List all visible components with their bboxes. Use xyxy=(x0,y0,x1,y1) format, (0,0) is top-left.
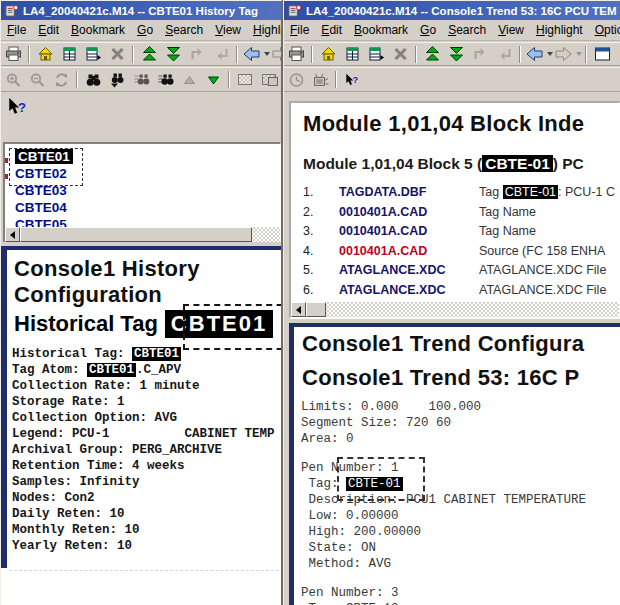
media-query-button[interactable] xyxy=(308,69,332,91)
tri-up-button[interactable] xyxy=(177,69,201,91)
tag-list-item[interactable]: CBTE04 xyxy=(5,199,280,216)
forward-button[interactable] xyxy=(553,43,582,65)
menu-options[interactable]: Options... xyxy=(589,21,620,39)
print-button[interactable] xyxy=(284,43,308,65)
field-line: Limits: 0.000 100.000 xyxy=(301,399,586,415)
horizontal-scrollbar[interactable] xyxy=(291,302,619,317)
file-link[interactable]: ATAGLANCE.XDC xyxy=(339,281,479,301)
title-bar[interactable]: LA4_20040421c.M14 -- CBTE01 History Tag xyxy=(1,1,281,20)
find-down-button[interactable] xyxy=(105,69,129,91)
menu-highlight[interactable]: Highlight xyxy=(247,21,281,39)
menu-edit[interactable]: Edit xyxy=(32,21,65,39)
menu-file[interactable]: File xyxy=(284,21,315,39)
selection-outline xyxy=(9,148,83,186)
view-record-pin-button[interactable] xyxy=(364,43,388,65)
clear-hits-button[interactable] xyxy=(388,43,412,65)
file-link[interactable]: TAGDATA.DBF xyxy=(339,183,479,203)
help-pointer-button[interactable]: ? xyxy=(340,69,364,91)
clear-hits-button[interactable] xyxy=(105,43,129,65)
jump-down-button[interactable] xyxy=(209,43,233,65)
scrollbar-thumb[interactable] xyxy=(20,227,252,242)
checker-button[interactable] xyxy=(233,69,257,91)
checker-grid-button[interactable] xyxy=(257,69,281,91)
back-button[interactable] xyxy=(241,43,270,65)
find-down-icon xyxy=(109,72,126,88)
highlighted-tag: CBTE-01 xyxy=(503,185,558,199)
context-help-icon[interactable]: ? xyxy=(6,98,30,114)
file-link[interactable]: 0010401A.CAD xyxy=(339,203,479,223)
view-record-pin-button[interactable] xyxy=(81,43,105,65)
desc-text: Tag Name xyxy=(479,205,536,219)
home-button[interactable] xyxy=(316,43,340,65)
trend-subtitle: Console1 Trend 53: 16C P xyxy=(302,365,579,391)
menu-bookmark[interactable]: Bookmark xyxy=(348,21,414,39)
refresh-icon xyxy=(53,72,70,88)
file-link[interactable]: 0010401A.CAD xyxy=(339,222,479,242)
prev-hit-button[interactable] xyxy=(137,43,161,65)
field-text: Collection Option: AVG xyxy=(12,411,177,425)
toolbar-separator xyxy=(236,46,238,63)
tools-toolbar: ? xyxy=(284,67,620,92)
row-description: ATAGLANCE.XDC File xyxy=(479,281,606,301)
clock-button[interactable] xyxy=(284,69,308,91)
index-subtitle: Module 1,01,04 Block 5 (CBTE-01) PC xyxy=(303,155,584,173)
toolbar-separator xyxy=(76,71,78,88)
find-back-button[interactable] xyxy=(129,69,153,91)
view-record-button[interactable] xyxy=(340,43,364,65)
next-hit-button[interactable] xyxy=(161,43,185,65)
scroll-left-button[interactable] xyxy=(5,227,20,242)
field-line: Segment Size: 720 60 xyxy=(301,415,586,431)
home-button[interactable] xyxy=(33,43,57,65)
print-button[interactable] xyxy=(1,43,25,65)
field-text: State: ON xyxy=(301,541,376,555)
horizontal-scrollbar[interactable] xyxy=(5,227,280,242)
highlighted-tag: CBTE01 xyxy=(132,347,181,361)
prev-hit-button[interactable] xyxy=(420,43,444,65)
scroll-left-button[interactable] xyxy=(291,302,306,317)
zoom-out-button[interactable] xyxy=(25,69,49,91)
left-arrow-icon xyxy=(296,306,301,314)
checker-grid-icon xyxy=(262,74,276,85)
back-button[interactable] xyxy=(524,43,553,65)
file-link[interactable]: 0010401A.CAD xyxy=(339,242,479,262)
field-text: Legend: PCU-1 CABINET TEMP xyxy=(12,427,275,441)
menu-bar: FileEditBookmarkGoSearchViewHighlightOpt… xyxy=(284,20,620,41)
jump-down-button[interactable] xyxy=(492,43,516,65)
forward-button[interactable] xyxy=(270,43,281,65)
next-hit-icon xyxy=(448,46,465,62)
menu-search[interactable]: Search xyxy=(159,21,209,39)
refresh-button[interactable] xyxy=(49,69,73,91)
jump-up-button[interactable] xyxy=(185,43,209,65)
menu-go[interactable]: Go xyxy=(131,21,159,39)
menu-search[interactable]: Search xyxy=(442,21,492,39)
scrollbar-thumb[interactable] xyxy=(306,302,326,317)
zoom-in-button[interactable] xyxy=(1,69,25,91)
pane-frame-top xyxy=(1,246,283,250)
view-record-button[interactable] xyxy=(57,43,81,65)
app-icon xyxy=(4,3,19,18)
home-icon xyxy=(37,46,54,62)
tri-down-button[interactable] xyxy=(201,69,225,91)
search-toolbar xyxy=(1,67,281,92)
window-button[interactable] xyxy=(590,43,614,65)
menu-go[interactable]: Go xyxy=(414,21,442,39)
find-button[interactable] xyxy=(81,69,105,91)
dropdown-caret-icon[interactable] xyxy=(576,52,582,56)
row-description: Tag Name xyxy=(479,203,536,223)
row-description: Tag Name xyxy=(479,222,536,242)
menu-bookmark[interactable]: Bookmark xyxy=(65,21,131,39)
menu-highlight[interactable]: Highlight xyxy=(530,21,589,39)
index-row: 4.0010401A.CADSource (FC 158 ENHA xyxy=(303,242,619,262)
title-bar[interactable]: LA4_20040421c.M14 -- Console1 Trend 53: … xyxy=(284,1,620,20)
trend-title: Console1 Trend Configura xyxy=(302,331,584,357)
menu-view[interactable]: View xyxy=(209,21,247,39)
menu-edit[interactable]: Edit xyxy=(315,21,348,39)
menu-view[interactable]: View xyxy=(492,21,530,39)
find-query-button[interactable] xyxy=(153,69,177,91)
trend-fields: Limits: 0.000 100.000Segment Size: 720 6… xyxy=(301,399,586,605)
menu-file[interactable]: File xyxy=(1,21,32,39)
jump-up-button[interactable] xyxy=(468,43,492,65)
next-hit-button[interactable] xyxy=(444,43,468,65)
file-link[interactable]: ATAGLANCE.XDC xyxy=(339,261,479,281)
field-text: Area: 0 xyxy=(301,432,354,446)
